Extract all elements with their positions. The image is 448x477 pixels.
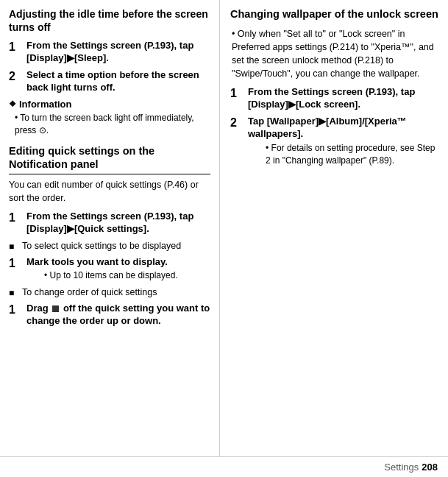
right-step-1-num: 1 [230,86,243,100]
square-bullet-icon-1: ■ [9,241,19,252]
sub-step-3-num: 1 [9,303,22,317]
sub-section-desc: You can edit number of quick settings (P… [9,179,210,205]
square-bullet-row-2: ■ To change order of quick settings [9,286,210,300]
right-step-1-text: From the Settings screen (P.193), tap [D… [248,86,439,111]
left-section-title: Adjusting the idle time before the scree… [9,7,210,34]
footer-label: Settings [384,462,419,473]
right-section-title: Changing wallpaper of the unlock screen [230,7,439,21]
sub-section-quick-settings: Editing quick settings on the Notificati… [9,144,210,328]
right-step-2-sub-text: For details on setting procedure, see St… [266,143,435,166]
left-step-2-text: Select a time option before the screen b… [26,69,210,94]
sub-step-2: 1 Mark tools you want to display. • Up t… [9,256,210,283]
square-bullet-text-2: To change order of quick settings [22,286,157,300]
footer-page: 208 [422,462,438,473]
right-step-2: 2 Tap [Wallpaper]▶[Album]/[Xperia™ wallp… [230,116,439,166]
info-bullet-1: • To turn the screen back light off imme… [9,112,210,137]
sub-step-2-sub: • Up to 10 items can be displayed. [26,269,178,282]
left-step-2-num: 2 [9,69,22,83]
sub-step-3-text-before: Drag [26,303,49,314]
drag-square-icon [52,305,59,312]
right-step-2-num: 2 [230,116,243,130]
sub-bullet-prefix: • [44,270,50,280]
content-row: Adjusting the idle time before the scree… [0,0,448,456]
info-bullet-text: To turn the screen back light off immedi… [15,113,194,135]
sub-step-1-num: 1 [9,211,22,225]
footer-bar: Settings 208 [0,456,448,477]
right-step-2-sub: • For details on setting procedure, see … [248,142,439,167]
left-step-1: 1 From the Settings screen (P.193), tap … [9,40,210,65]
sub-step-2-text: Mark tools you want to display. [26,256,178,269]
right-column: Changing wallpaper of the unlock screen … [220,0,448,456]
sub-step-2-num: 1 [9,256,22,270]
right-intro-bullet: Only when "Set all to" or "Lock screen" … [230,27,439,81]
page-container: Adjusting the idle time before the scree… [0,0,448,477]
diamond-icon: ❖ [9,99,16,109]
right-step-1: 1 From the Settings screen (P.193), tap … [230,86,439,111]
left-column: Adjusting the idle time before the scree… [0,0,220,456]
sub-step-2-sub-text: Up to 10 items can be displayed. [50,270,178,280]
info-block: ❖ Information • To turn the screen back … [9,99,210,137]
sub-step-3-text: Drag off the quick setting you want to c… [26,303,210,328]
square-bullet-icon-2: ■ [9,288,19,298]
square-bullet-text-1: To select quick settings to be displayed [22,240,181,253]
sub-step-1: 1 From the Settings screen (P.193), tap … [9,211,210,236]
sub-step-1-text: From the Settings screen (P.193), tap [D… [26,211,210,236]
right-step-2-text: Tap [Wallpaper]▶[Album]/[Xperia™ wallpap… [248,116,439,141]
left-step-2: 2 Select a time option before the screen… [9,69,210,94]
left-step-1-num: 1 [9,40,22,54]
info-title: ❖ Information [9,99,210,110]
left-step-1-text: From the Settings screen (P.193), tap [D… [26,40,210,65]
info-title-text: Information [19,99,72,110]
right-sub-bullet-prefix: • [266,143,271,153]
sub-step-3: 1 Drag off the quick setting you want to… [9,303,210,328]
square-bullet-row-1: ■ To select quick settings to be display… [9,240,210,253]
sub-section-title: Editing quick settings on the Notificati… [9,144,210,175]
